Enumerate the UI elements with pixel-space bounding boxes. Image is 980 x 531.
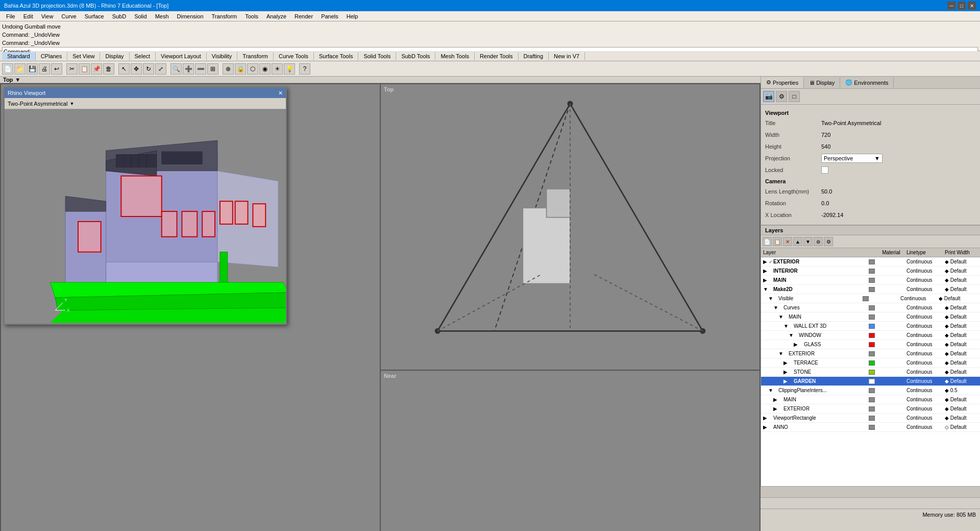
cut-icon[interactable]: ✂ — [66, 63, 78, 75]
layer-color-swatch[interactable] — [869, 379, 875, 384]
projection-dropdown-button[interactable]: Perspective ▼ — [821, 154, 883, 163]
menu-analyze[interactable]: Analyze — [262, 12, 290, 20]
viewport-bottomright[interactable]: Near — [381, 371, 760, 532]
tab-render-tools[interactable]: Render Tools — [475, 52, 519, 60]
select-icon[interactable]: ↖ — [118, 63, 130, 75]
menu-help[interactable]: Help — [342, 12, 362, 20]
layer-color-swatch[interactable] — [869, 315, 875, 320]
menu-view[interactable]: View — [37, 12, 58, 20]
snap-icon[interactable]: ⊕ — [223, 63, 234, 75]
top-label-arrow[interactable]: ▼ — [15, 77, 20, 83]
close-button[interactable]: ✕ — [968, 2, 976, 10]
layer-row[interactable]: ▶ MAIN Continuous ◆ Default — [761, 395, 980, 404]
tab-cplanes[interactable]: CPlanes — [36, 52, 68, 60]
rhino-viewport-close[interactable]: ✕ — [278, 90, 283, 96]
layer-color-swatch[interactable] — [869, 416, 875, 421]
tab-mesh-tools[interactable]: Mesh Tools — [435, 52, 474, 60]
tab-display[interactable]: 🖥 Display — [804, 78, 840, 88]
projection-dropdown[interactable]: Perspective ▼ — [821, 154, 976, 163]
tab-display[interactable]: Display — [100, 52, 129, 60]
move-down-layer-icon[interactable]: ▼ — [803, 237, 813, 246]
layer-color-swatch[interactable] — [863, 296, 869, 301]
tab-properties[interactable]: ⚙ Properties — [761, 77, 804, 88]
tab-viewport-layout[interactable]: Viewport Layout — [156, 52, 207, 60]
layer-row[interactable]: ▶ STONE Continuous ◆ Default — [761, 368, 980, 377]
layer-color-swatch[interactable] — [869, 360, 875, 366]
layer-color-swatch[interactable] — [869, 287, 875, 292]
menu-transform[interactable]: Transform — [208, 12, 241, 20]
menu-mesh[interactable]: Mesh — [151, 12, 173, 20]
layer-color-swatch[interactable] — [869, 278, 875, 283]
display-props-icon[interactable]: □ — [789, 91, 800, 102]
layer-row[interactable]: ▶ ANNO Continuous ◇ Default — [761, 423, 980, 432]
layer-color-swatch[interactable] — [869, 342, 875, 347]
tab-curve-tools[interactable]: Curve Tools — [274, 52, 314, 60]
menu-solid[interactable]: Solid — [130, 12, 151, 20]
lock-icon[interactable]: 🔒 — [235, 63, 246, 75]
layer-row[interactable]: ▼ MAIN Continuous ◆ Default — [761, 312, 980, 322]
zoom-extents-icon[interactable]: ⊞ — [207, 63, 218, 75]
move-up-layer-icon[interactable]: ▲ — [793, 237, 802, 246]
minimize-button[interactable]: ─ — [947, 2, 955, 10]
layer-row[interactable]: ▼ EXTERIOR Continuous ◆ Default — [761, 349, 980, 358]
layer-row-garden[interactable]: ▶ GARDEN Continuous ◆ Default — [761, 377, 980, 386]
help-icon[interactable]: ? — [299, 63, 310, 75]
viewport-topleft[interactable]: Perspective Rhino Viewport ✕ Two-Point A… — [1, 84, 380, 531]
maximize-button[interactable]: □ — [958, 2, 966, 10]
new-layer-icon[interactable]: 📄 — [763, 237, 772, 246]
layer-color-swatch[interactable] — [869, 269, 875, 274]
layer-row[interactable]: ▼ Curves Continuous ◆ Default — [761, 303, 980, 312]
menu-tools[interactable]: Tools — [241, 12, 262, 20]
layer-color-swatch[interactable] — [869, 351, 875, 356]
layer-row[interactable]: ▶ GLASS Continuous ◆ Default — [761, 340, 980, 349]
menu-panels[interactable]: Panels — [317, 12, 342, 20]
light-icon[interactable]: 💡 — [284, 63, 295, 75]
tab-newinv7[interactable]: New in V7 — [549, 52, 585, 60]
material-icon[interactable]: ⬡ — [247, 63, 258, 75]
print-icon[interactable]: 🖨 — [39, 63, 50, 75]
menu-dimension[interactable]: Dimension — [173, 12, 208, 20]
settings-layer-icon[interactable]: ⚙ — [824, 237, 833, 246]
viewport-topright[interactable]: Top — [381, 84, 760, 370]
tab-subd-tools[interactable]: SubD Tools — [396, 52, 435, 60]
layer-row[interactable]: ▶ MAIN Continuous ◆ Default — [761, 276, 980, 285]
open-icon[interactable]: 📁 — [14, 63, 26, 75]
menu-subd[interactable]: SubD — [108, 12, 131, 20]
move-icon[interactable]: ✥ — [131, 63, 142, 75]
layer-row[interactable]: ▼ Make2D Continuous ◆ Default — [761, 285, 980, 294]
camera-props-icon[interactable]: 📷 — [763, 91, 774, 102]
tab-environments[interactable]: 🌐 Environments — [840, 77, 894, 88]
layer-row[interactable]: ▶ EXTERIOR Continuous ◆ Default — [761, 404, 980, 414]
locked-checkbox[interactable] — [821, 166, 828, 174]
sun-icon[interactable]: ☀ — [272, 63, 283, 75]
copy-layer-icon[interactable]: 📋 — [773, 237, 782, 246]
layer-color-swatch[interactable] — [869, 305, 875, 310]
layer-row[interactable]: ▶ INTERIOR Continuous ◆ Default — [761, 267, 980, 276]
zoom-icon[interactable]: 🔍 — [170, 63, 182, 75]
tab-visibility[interactable]: Visibility — [207, 52, 238, 60]
building-viewport-content[interactable]: Y X — [5, 109, 286, 324]
tab-surface-tools[interactable]: Surface Tools — [314, 52, 358, 60]
layer-row[interactable]: ▼ Visible Continuous ◆ Default — [761, 294, 980, 303]
menu-edit[interactable]: Edit — [19, 12, 37, 20]
layer-color-swatch[interactable] — [869, 333, 875, 338]
layer-color-swatch[interactable] — [869, 259, 875, 264]
menu-render[interactable]: Render — [290, 12, 317, 20]
layer-color-swatch[interactable] — [869, 370, 875, 375]
rotate-icon[interactable]: ↻ — [143, 63, 154, 75]
tab-drafting[interactable]: Drafting — [519, 52, 549, 60]
paste-icon[interactable]: 📌 — [91, 63, 102, 75]
new-icon[interactable]: 📄 — [2, 63, 13, 75]
settings-props-icon[interactable]: ⚙ — [776, 91, 787, 102]
rhino-viewport-titlebar[interactable]: Rhino Viewport ✕ — [5, 88, 286, 98]
layer-row[interactable]: ▶ ✓ EXTERIOR Continuous ◆ Default — [761, 257, 980, 267]
layer-color-swatch[interactable] — [869, 425, 875, 430]
layer-color-swatch[interactable] — [869, 397, 875, 402]
tab-transform[interactable]: Transform — [237, 52, 274, 60]
layer-color-swatch[interactable] — [869, 324, 875, 329]
tab-standard[interactable]: Standard — [2, 52, 36, 60]
copy-icon[interactable]: 📋 — [79, 63, 90, 75]
layer-color-swatch[interactable] — [869, 406, 875, 412]
layer-row[interactable]: ▼ WALL EXT 3D Continuous ◆ Default — [761, 322, 980, 331]
undo-icon[interactable]: ↩ — [51, 63, 62, 75]
